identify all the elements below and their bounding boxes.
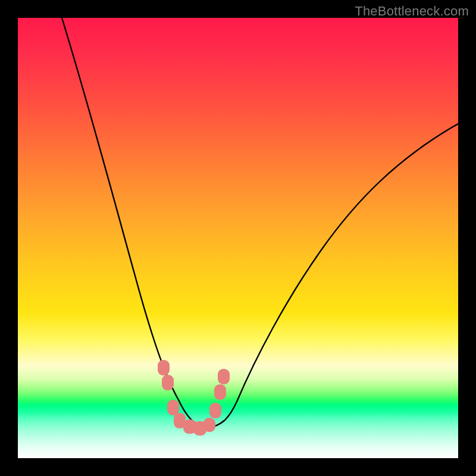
marker-dot	[158, 360, 170, 375]
marker-dot	[203, 418, 215, 432]
watermark-text: TheBottleneck.com	[355, 4, 469, 19]
marker-dot	[214, 384, 226, 400]
bottleneck-curve-left	[62, 18, 178, 400]
marker-dot	[209, 403, 221, 418]
chart-svg	[18, 18, 458, 458]
marker-dot	[167, 400, 179, 415]
marker-dot	[162, 375, 174, 390]
marker-dot	[218, 369, 230, 384]
chart-frame: TheBottleneck.com	[0, 0, 476, 476]
plot-area	[18, 18, 458, 458]
bottleneck-curve-right	[237, 124, 458, 402]
